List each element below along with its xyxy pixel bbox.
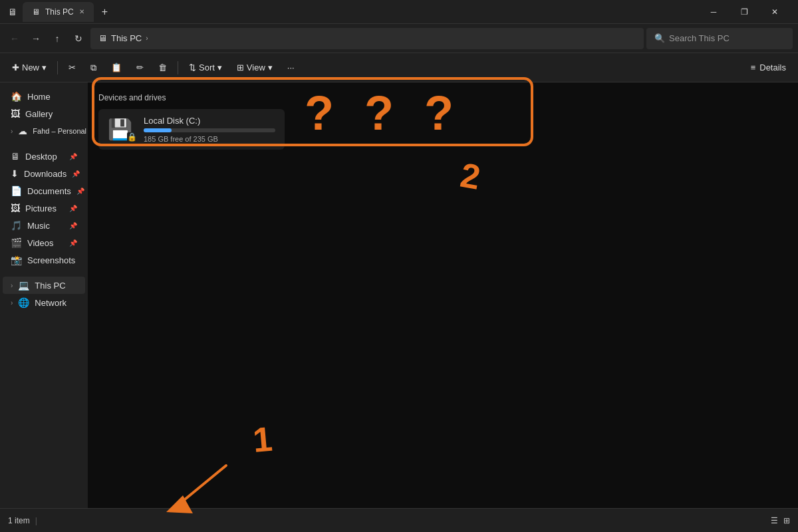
- window-icon: 🖥: [8, 7, 17, 17]
- sidebar-item-label-thispc: This PC: [35, 281, 65, 291]
- close-button[interactable]: ✕: [759, 0, 790, 24]
- tab-label: This PC: [45, 7, 74, 17]
- path-arrow: ›: [146, 35, 148, 42]
- forward-button[interactable]: →: [27, 29, 45, 48]
- music-icon: 🎵: [11, 220, 22, 231]
- delete-button[interactable]: 🗑: [152, 59, 174, 76]
- sidebar-item-documents[interactable]: 📄 Documents 📌: [3, 182, 85, 200]
- sidebar-item-home[interactable]: 🏠 Home: [3, 88, 85, 105]
- sidebar-item-label-desktop: Desktop: [25, 152, 57, 162]
- details-button[interactable]: ≡ Details: [744, 59, 793, 76]
- sidebar-item-pictures[interactable]: 🖼 Pictures 📌: [3, 200, 85, 217]
- screenshots-icon: 📸: [11, 255, 22, 265]
- view-dropdown-icon: ▾: [268, 63, 273, 72]
- back-icon: ←: [10, 33, 19, 44]
- desktop-pin-icon: 📌: [69, 153, 77, 160]
- details-label: Details: [759, 63, 786, 72]
- up-button[interactable]: ↑: [48, 29, 66, 48]
- sidebar-item-desktop[interactable]: 🖥 Desktop 📌: [3, 148, 85, 165]
- list-view-icon[interactable]: ☰: [771, 516, 778, 525]
- drive-icon-wrap: 💾 🔒: [108, 118, 136, 142]
- minimize-button[interactable]: ─: [698, 0, 729, 24]
- network-icon: 🌐: [18, 297, 29, 308]
- sidebar-item-label-fahd: Fahd – Personal: [33, 127, 86, 135]
- drive-free-space: 185 GB free of 235 GB: [144, 135, 275, 143]
- refresh-icon: ↻: [74, 33, 82, 44]
- pictures-pin-icon: 📌: [69, 205, 77, 212]
- sidebar-item-screenshots[interactable]: 📸 Screenshots: [3, 251, 85, 269]
- view-button[interactable]: ⊞ View ▾: [230, 59, 279, 76]
- drive-bar-fill: [144, 128, 172, 132]
- paste-button[interactable]: 📋: [104, 59, 128, 76]
- toolbar: ✚ New ▾ ✂ ⧉ 📋 ✏ 🗑 ⇅ Sort ▾ ⊞ View ▾ ··· …: [0, 53, 798, 82]
- address-path[interactable]: 🖥 This PC ›: [90, 28, 644, 49]
- sort-icon: ⇅: [189, 63, 196, 72]
- back-button[interactable]: ←: [5, 29, 24, 48]
- sidebar-item-downloads[interactable]: ⬇ Downloads 📌: [3, 165, 85, 182]
- home-icon: 🏠: [11, 91, 22, 102]
- sidebar-item-music[interactable]: 🎵 Music 📌: [3, 217, 85, 234]
- cut-button[interactable]: ✂: [62, 59, 82, 76]
- drive-name: Local Disk (C:): [144, 116, 275, 126]
- tab-icon: 🖥: [32, 7, 40, 17]
- delete-icon: 🗑: [158, 63, 167, 72]
- status-bar: 1 item | ☰ ⊞: [0, 508, 798, 532]
- more-button[interactable]: ···: [281, 59, 301, 76]
- gallery-icon: 🖼: [11, 108, 20, 119]
- forward-icon: →: [31, 33, 41, 44]
- tab-area: 🖥 This PC ✕ +: [23, 2, 693, 22]
- copy-button[interactable]: ⧉: [84, 59, 103, 76]
- videos-pin-icon: 📌: [69, 239, 77, 247]
- rename-button[interactable]: ✏: [130, 59, 150, 76]
- desktop-icon: 🖥: [11, 151, 20, 162]
- up-icon: ↑: [55, 33, 60, 44]
- refresh-button[interactable]: ↻: [69, 29, 88, 48]
- sidebar-item-gallery[interactable]: 🖼 Gallery: [3, 105, 85, 122]
- sidebar-item-network[interactable]: › 🌐 Network: [3, 294, 85, 311]
- new-label: New: [22, 63, 39, 72]
- sort-button[interactable]: ⇅ Sort ▾: [182, 59, 229, 76]
- active-tab[interactable]: 🖥 This PC ✕: [23, 2, 94, 22]
- sidebar-item-thispc[interactable]: › 💻 This PC: [3, 277, 85, 294]
- maximize-button[interactable]: ❐: [729, 0, 759, 24]
- music-pin-icon: 📌: [69, 222, 77, 229]
- sort-label: Sort: [199, 63, 215, 72]
- sidebar-gap-1: [0, 140, 88, 148]
- drive-info: Local Disk (C:) 185 GB free of 235 GB: [144, 116, 275, 143]
- location-icon: 🖥: [98, 33, 107, 43]
- toolbar-separator-2: [178, 61, 178, 74]
- network-chevron-icon: ›: [11, 299, 13, 307]
- details-icon: ≡: [751, 63, 756, 72]
- sidebar-item-label-documents: Documents: [27, 186, 71, 196]
- sidebar-item-videos[interactable]: 🎬 Videos 📌: [3, 234, 85, 251]
- sidebar-item-label-videos: Videos: [27, 238, 54, 248]
- toolbar-separator-1: [57, 61, 58, 74]
- view-icon: ⊞: [237, 63, 244, 72]
- sidebar-item-label-screenshots: Screenshots: [27, 255, 75, 265]
- pictures-icon: 🖼: [11, 203, 20, 213]
- new-tab-button[interactable]: +: [96, 5, 113, 19]
- search-box[interactable]: 🔍 Search This PC: [646, 28, 793, 49]
- content-area: Devices and drives 💾 🔒 Local Disk (C:) 1…: [88, 82, 798, 508]
- grid-view-icon[interactable]: ⊞: [783, 516, 790, 525]
- sidebar-item-label-downloads: Downloads: [24, 169, 66, 179]
- new-button[interactable]: ✚ New ▾: [5, 59, 53, 76]
- main-area: 🏠 Home 🖼 Gallery › ☁ Fahd – Personal 🖥 D…: [0, 82, 798, 508]
- thispc-chevron-icon: ›: [11, 282, 13, 289]
- drive-bar-background: [144, 128, 275, 132]
- more-icon: ···: [287, 63, 295, 72]
- documents-icon: 📄: [11, 186, 22, 196]
- sidebar-gap-2: [0, 269, 88, 277]
- local-disk-card[interactable]: 💾 🔒 Local Disk (C:) 185 GB free of 235 G…: [98, 109, 285, 150]
- tab-close-button[interactable]: ✕: [79, 8, 84, 15]
- rename-icon: ✏: [136, 63, 144, 72]
- search-placeholder: Search This PC: [669, 33, 730, 43]
- sidebar-item-label-home: Home: [27, 92, 51, 102]
- sidebar-item-label-pictures: Pictures: [25, 203, 57, 213]
- documents-pin-icon: 📌: [76, 188, 84, 195]
- window-controls: ─ ❐ ✕: [698, 0, 790, 24]
- sidebar-item-fahd[interactable]: › ☁ Fahd – Personal: [3, 122, 85, 140]
- paste-icon: 📋: [111, 63, 122, 72]
- fahd-chevron-icon: ›: [11, 128, 13, 135]
- section-label: Devices and drives: [98, 93, 787, 102]
